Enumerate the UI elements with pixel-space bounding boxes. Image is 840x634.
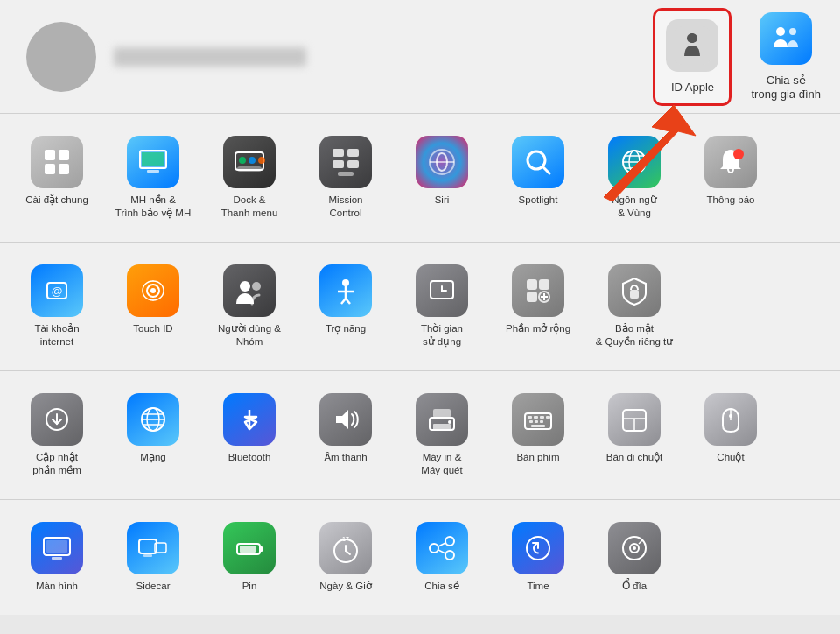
general-item[interactable]: Cài đặt chung xyxy=(9,127,105,229)
datetime-label: Ngày & Giờ xyxy=(319,580,371,593)
notification-icon xyxy=(704,136,757,188)
bluetooth-item[interactable]: Bluetooth xyxy=(201,384,298,486)
software-icon xyxy=(31,393,83,446)
printer-icon xyxy=(416,393,468,446)
accessibility-label: Trợ năng xyxy=(326,322,366,335)
sidecar-item[interactable]: Sidecar xyxy=(105,513,201,602)
network-label: Mạng xyxy=(140,451,165,464)
svg-point-39 xyxy=(240,281,250,292)
touchid-item[interactable]: Touch ID xyxy=(105,256,201,357)
svg-rect-61 xyxy=(433,409,451,418)
svg-rect-22 xyxy=(332,160,344,168)
top-right-icons: ID Apple Chia sẻtrong gia đình xyxy=(653,0,840,114)
keyboard-item[interactable]: Bàn phím xyxy=(490,384,586,486)
screentime-item[interactable]: Thời giansử dụng xyxy=(394,256,490,357)
software-item[interactable]: Cập nhậtphần mềm xyxy=(9,384,105,486)
trackpad-item[interactable]: Bàn di chuột xyxy=(586,384,682,486)
software-label: Cập nhậtphần mềm xyxy=(32,451,81,477)
svg-rect-70 xyxy=(529,420,533,423)
svg-rect-86 xyxy=(260,546,262,552)
internet-icon: @ xyxy=(31,264,83,317)
svg-rect-21 xyxy=(347,149,359,157)
grid-row-1: Cài đặt chung MH nền &Trình bảo vệ MH Do… xyxy=(9,127,831,229)
spotlight-icon xyxy=(512,136,564,188)
battery-item[interactable]: Pin xyxy=(201,513,298,602)
mouse-icon xyxy=(704,393,757,446)
bluetooth-label: Bluetooth xyxy=(228,451,271,464)
svg-point-35 xyxy=(733,149,744,159)
datetime-item[interactable]: 17 Ngày & Giờ xyxy=(298,513,394,602)
trackpad-label: Bàn di chuột xyxy=(606,451,663,464)
svg-point-38 xyxy=(150,288,156,293)
svg-point-2 xyxy=(776,27,785,36)
siri-item[interactable]: Siri xyxy=(394,127,490,229)
svg-rect-14 xyxy=(147,170,159,173)
svg-point-94 xyxy=(445,551,454,560)
sharing-item[interactable]: Chia sẻ xyxy=(394,513,490,602)
network-icon xyxy=(127,393,179,446)
svg-rect-7 xyxy=(59,150,69,160)
svg-point-17 xyxy=(239,157,246,164)
family-sharing-button[interactable]: Chia sẻtrong gia đình xyxy=(740,4,831,109)
sharing-label: Chia sẻ xyxy=(424,580,459,593)
desktop-label: MH nền &Trình bảo vệ MH xyxy=(116,194,191,220)
keyboard-label: Bàn phím xyxy=(516,451,559,464)
svg-rect-6 xyxy=(45,150,55,160)
svg-text:17: 17 xyxy=(342,536,349,542)
svg-point-41 xyxy=(342,279,349,286)
apple-id-button[interactable]: ID Apple xyxy=(653,8,732,106)
grid-section-1: Cài đặt chung MH nền &Trình bảo vệ MH Do… xyxy=(0,114,840,243)
security-item[interactable]: Bảo mật& Quyền riêng tư xyxy=(586,256,682,357)
spotlight-item[interactable]: Spotlight xyxy=(490,127,586,229)
svg-rect-48 xyxy=(539,279,550,290)
svg-point-18 xyxy=(248,157,256,164)
header-section: ID Apple Chia sẻtrong gia đình xyxy=(0,0,840,114)
family-sharing-label: Chia sẻtrong gia đình xyxy=(751,74,821,101)
svg-rect-63 xyxy=(433,424,451,431)
sound-item[interactable]: Âm thanh xyxy=(298,384,394,486)
svg-point-100 xyxy=(633,546,636,550)
mission-item[interactable]: MissionControl xyxy=(298,127,394,229)
display-icon xyxy=(31,522,83,574)
svg-rect-73 xyxy=(531,425,545,427)
printer-label: Máy in &Máy quét xyxy=(421,451,462,477)
svg-line-29 xyxy=(542,166,550,173)
security-icon xyxy=(608,264,661,317)
svg-point-40 xyxy=(252,282,261,291)
svg-rect-8 xyxy=(45,164,55,174)
desktop-item[interactable]: MH nền &Trình bảo vệ MH xyxy=(105,127,201,229)
language-item[interactable]: Ngôn ngữ& Vùng xyxy=(586,127,682,229)
internet-item[interactable]: @ Tài khoảninternet xyxy=(9,256,105,357)
svg-rect-68 xyxy=(540,416,544,419)
svg-point-93 xyxy=(430,544,438,553)
users-item[interactable]: Người dùng &Nhóm xyxy=(201,256,298,357)
grid-row-4: Màn hình Sidecar Pin xyxy=(9,513,831,602)
network-item[interactable]: Mạng xyxy=(105,384,201,486)
grid-row-2: @ Tài khoảninternet Touch ID xyxy=(9,256,831,357)
mouse-item[interactable]: Chuột xyxy=(682,384,779,486)
printer-item[interactable]: Máy in &Máy quét xyxy=(394,384,490,486)
svg-rect-20 xyxy=(332,149,344,157)
svg-rect-1 xyxy=(766,19,805,58)
svg-text:@: @ xyxy=(51,285,62,298)
svg-rect-16 xyxy=(237,166,262,172)
disk-item[interactable]: Ổ đĩa xyxy=(586,513,682,602)
siri-label: Siri xyxy=(435,194,450,207)
svg-rect-80 xyxy=(52,557,62,560)
svg-point-64 xyxy=(448,420,452,424)
accessibility-item[interactable]: Trợ năng xyxy=(298,256,394,357)
sound-label: Âm thanh xyxy=(324,451,367,464)
language-label: Ngôn ngữ& Vùng xyxy=(612,194,656,220)
users-label: Người dùng &Nhóm xyxy=(218,322,281,349)
grid-section-3: Cập nhậtphần mềm Mạng Bluetooth xyxy=(0,371,840,500)
dock-item[interactable]: Dock &Thanh menu xyxy=(201,127,298,229)
disk-icon xyxy=(608,522,661,574)
dock-icon xyxy=(223,136,276,188)
trackpad-icon xyxy=(608,393,661,446)
notification-item[interactable]: Thông báo xyxy=(682,127,779,229)
timemachine-item[interactable]: Time xyxy=(490,513,586,602)
display-item[interactable]: Màn hình xyxy=(9,513,105,602)
extensions-item[interactable]: Phần mở rộng xyxy=(490,256,586,357)
svg-rect-67 xyxy=(534,416,538,419)
sidecar-label: Sidecar xyxy=(136,580,171,593)
